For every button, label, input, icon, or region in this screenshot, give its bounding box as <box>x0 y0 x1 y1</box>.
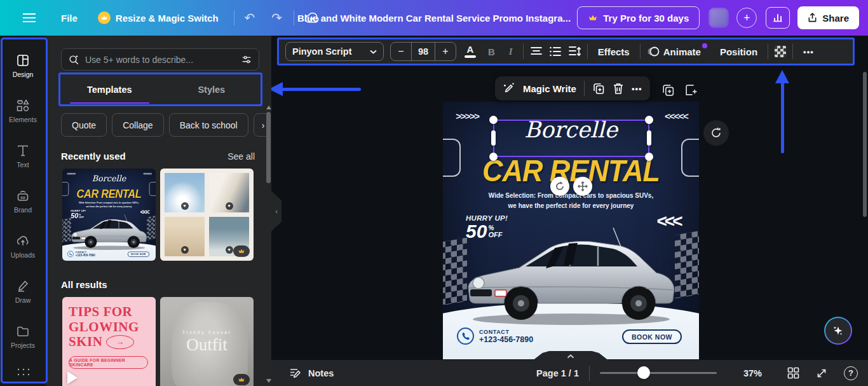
chip-collage[interactable]: Collage <box>112 113 163 137</box>
user-avatar[interactable] <box>709 8 729 28</box>
grid-view-icon[interactable] <box>787 367 799 379</box>
search-input[interactable] <box>85 55 235 65</box>
uploads-icon <box>16 234 30 248</box>
toolbar-divider <box>640 44 641 59</box>
bottom-bar: Notes Page 1 / 1 37% ? <box>271 360 868 386</box>
result-template-skincare-thumb[interactable]: TIPS FOR GLOWING SKIN→ A GUIDE FOR BEGIN… <box>62 297 156 386</box>
insights-chart-button[interactable] <box>766 7 790 29</box>
move-handle[interactable] <box>573 177 592 196</box>
filter-sliders-icon[interactable] <box>241 54 252 65</box>
resize-magic-switch-button[interactable]: Resize & Magic Switch <box>98 11 219 24</box>
share-button[interactable]: Share <box>797 6 859 29</box>
page-indicator: Page 1 / 1 <box>536 368 579 378</box>
selection-handle-bottom-left[interactable] <box>489 153 498 161</box>
zoom-slider[interactable] <box>600 372 717 374</box>
panel-scroll-down-arrow[interactable] <box>266 379 271 383</box>
sidebar-item-uploads[interactable]: Uploads <box>3 225 43 267</box>
sidebar-item-draw[interactable]: Draw <box>3 270 43 312</box>
panel-tabs: Templates Styles <box>58 72 262 106</box>
add-member-button[interactable]: + <box>736 8 757 28</box>
car-image[interactable] <box>462 224 681 327</box>
italic-button[interactable]: I <box>505 46 517 57</box>
selection-handle-top-right[interactable] <box>645 116 653 124</box>
bullet-list-button[interactable] <box>549 46 562 57</box>
font-size-increase-button[interactable]: + <box>435 43 456 60</box>
zoom-slider-knob[interactable] <box>637 366 650 379</box>
panel-scrollbar[interactable] <box>266 112 271 183</box>
refresh-generate-button[interactable] <box>703 120 729 146</box>
bold-button[interactable]: B <box>484 46 499 57</box>
help-button[interactable]: ? <box>844 366 858 380</box>
recent-template-collage-thumb[interactable]: ♥ ♥ ♥ ♥ <box>160 169 254 261</box>
undo-icon[interactable]: ↶ <box>245 10 255 25</box>
subtitle-line: we have the perfect ride for every journ… <box>443 201 699 211</box>
selection-handle-left[interactable] <box>491 130 496 146</box>
skincare-title-line: TIPS FOR <box>69 305 149 320</box>
see-all-link[interactable]: See all <box>227 151 255 162</box>
heart-like-icon[interactable]: ♥ <box>181 246 189 254</box>
selection-handle-top-left[interactable] <box>489 116 498 124</box>
heart-like-icon[interactable]: ♥ <box>226 246 233 254</box>
sparkle-assistant-button[interactable] <box>824 317 852 345</box>
try-pro-button[interactable]: Try Pro for 30 days <box>577 6 700 29</box>
transparency-button[interactable] <box>775 46 786 57</box>
magic-write-button[interactable]: Magic Write <box>523 83 576 94</box>
selection-handle-bottom-right[interactable] <box>645 153 653 161</box>
redo-icon[interactable]: ↷ <box>271 10 282 25</box>
sidebar-item-design[interactable]: Design <box>3 45 43 86</box>
document-title[interactable]: Blue and White Modern Car Rental Service… <box>297 13 571 24</box>
file-menu-button[interactable]: File <box>61 13 78 24</box>
trash-icon[interactable] <box>613 82 624 95</box>
duplicate-icon[interactable] <box>592 82 605 95</box>
effects-button[interactable]: Effects <box>594 46 634 57</box>
recent-template-car-thumb[interactable]: >>>>> <<<<< Borcelle CAR RENTAL Wide Sel… <box>62 169 156 261</box>
selection-box[interactable] <box>493 120 649 157</box>
font-size-decrease-button[interactable]: − <box>391 43 411 60</box>
sidebar-item-brand[interactable]: co Brand <box>3 180 43 222</box>
result-template-outfit-thumb[interactable]: Trendy Casual Outfit <box>160 297 254 386</box>
element-more-button[interactable]: ••• <box>632 84 642 93</box>
text-color-button[interactable]: A <box>463 45 478 58</box>
hamburger-menu-icon[interactable] <box>23 13 36 22</box>
animate-button[interactable]: Animate <box>647 46 710 57</box>
apps-grid-icon[interactable] <box>16 367 30 376</box>
tab-styles[interactable]: Styles <box>161 72 263 106</box>
heart-like-icon[interactable]: ♥ <box>181 202 189 210</box>
panel-collapse-handle[interactable]: ‹ <box>271 191 281 231</box>
text-align-button[interactable] <box>530 46 543 57</box>
duplicate-page-icon[interactable] <box>661 83 675 97</box>
tab-templates[interactable]: Templates <box>58 72 161 106</box>
sidebar-item-text[interactable]: Text <box>3 135 43 177</box>
position-button[interactable]: Position <box>716 46 761 57</box>
skincare-pill-label: A GUIDE FOR BEGINNER SKINCARE <box>69 356 148 369</box>
toolbar-more-button[interactable]: ••• <box>799 47 818 57</box>
contact-block[interactable]: CONTACT +123-456-7890 <box>457 327 533 345</box>
sidebar-item-projects[interactable]: Projects <box>3 315 43 357</box>
search-box <box>61 48 259 71</box>
panel-scroll-up-arrow[interactable] <box>266 106 271 109</box>
subtitle-text[interactable]: Wide Selection: From compact cars to spa… <box>443 191 699 210</box>
canvas-scrollbar[interactable] <box>863 72 867 217</box>
rotate-handle[interactable] <box>550 177 569 196</box>
discount-off: OFF <box>79 216 84 218</box>
notes-button[interactable]: Notes <box>308 368 334 378</box>
text-color-swatch <box>465 55 476 58</box>
design-canvas[interactable]: >>>>> <<<<< Borcelle CAR RENTAL Wide Sel… <box>62 169 156 261</box>
fullscreen-icon[interactable] <box>816 368 827 379</box>
design-canvas[interactable]: >>>>> <<<<< Borcelle CAR RENTAL Wide Sel… <box>443 102 699 359</box>
headline-text[interactable]: CAR RENTAL <box>443 153 699 189</box>
skincare-title-line: GLOWING <box>69 320 149 335</box>
chip-back-to-school[interactable]: Back to school <box>169 113 248 137</box>
book-now-button[interactable]: BOOK NOW <box>622 329 682 344</box>
checkered-flag-left <box>62 218 71 244</box>
font-family-dropdown[interactable]: Pinyon Script <box>285 42 384 61</box>
chip-quote[interactable]: Quote <box>61 113 107 137</box>
add-page-icon[interactable] <box>684 83 698 97</box>
letter-spacing-button[interactable] <box>568 46 581 57</box>
subtitle-text: Wide Selection: From compact cars to spa… <box>62 201 156 208</box>
font-size-value[interactable]: 98 <box>411 43 435 60</box>
zoom-level[interactable]: 37% <box>743 368 762 378</box>
sidebar-item-elements[interactable]: Elements <box>3 90 43 132</box>
selection-handle-right[interactable] <box>647 130 651 146</box>
heart-like-icon[interactable]: ♥ <box>226 202 233 210</box>
